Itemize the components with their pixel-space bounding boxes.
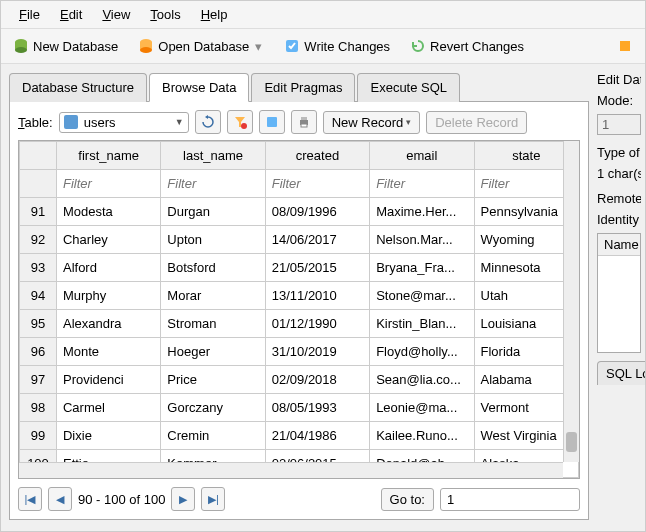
- cell-created[interactable]: 21/05/2015: [265, 254, 369, 282]
- filter-first-name[interactable]: [57, 172, 160, 195]
- row-number[interactable]: 94: [20, 282, 57, 310]
- cell-last-name[interactable]: Gorczany: [161, 394, 265, 422]
- cell-created[interactable]: 21/04/1986: [265, 422, 369, 450]
- cell-created[interactable]: 02/09/2018: [265, 366, 369, 394]
- cell-created[interactable]: 08/09/1996: [265, 198, 369, 226]
- cell-preview[interactable]: 1: [597, 114, 641, 135]
- vertical-scrollbar[interactable]: [563, 141, 579, 462]
- table-row[interactable]: 95 Alexandra Stroman 01/12/1990 Kirstin_…: [20, 310, 579, 338]
- row-number[interactable]: 93: [20, 254, 57, 282]
- cell-last-name[interactable]: Botsford: [161, 254, 265, 282]
- table-row[interactable]: 99 Dixie Cremin 21/04/1986 Kailee.Runo..…: [20, 422, 579, 450]
- sql-log-tab[interactable]: SQL Lo: [597, 361, 645, 385]
- horizontal-scrollbar[interactable]: [19, 462, 563, 478]
- goto-button[interactable]: Go to:: [381, 488, 434, 511]
- row-number[interactable]: 96: [20, 338, 57, 366]
- tab-edit-pragmas[interactable]: Edit Pragmas: [251, 73, 355, 102]
- write-changes-label: Write Changes: [304, 39, 390, 54]
- cell-last-name[interactable]: Hoeger: [161, 338, 265, 366]
- table-row[interactable]: 92 Charley Upton 14/06/2017 Nelson.Mar..…: [20, 226, 579, 254]
- col-last-name[interactable]: last_name: [161, 142, 265, 170]
- cell-first-name[interactable]: Murphy: [56, 282, 160, 310]
- cell-last-name[interactable]: Morar: [161, 282, 265, 310]
- cell-created[interactable]: 01/12/1990: [265, 310, 369, 338]
- menu-view[interactable]: View: [92, 4, 140, 25]
- cell-created[interactable]: 14/06/2017: [265, 226, 369, 254]
- col-created[interactable]: created: [265, 142, 369, 170]
- cell-first-name[interactable]: Alford: [56, 254, 160, 282]
- cell-last-name[interactable]: Upton: [161, 226, 265, 254]
- cell-email[interactable]: Leonie@ma...: [370, 394, 474, 422]
- table-row[interactable]: 98 Carmel Gorczany 08/05/1993 Leonie@ma.…: [20, 394, 579, 422]
- menu-help[interactable]: Help: [191, 4, 238, 25]
- last-page-button[interactable]: ▶|: [201, 487, 225, 511]
- filter-created[interactable]: [266, 172, 369, 195]
- new-database-button[interactable]: New Database: [9, 35, 122, 57]
- cell-email[interactable]: Kirstin_Blan...: [370, 310, 474, 338]
- dropdown-arrow-icon[interactable]: ▾: [253, 39, 264, 54]
- menu-tools[interactable]: Tools: [140, 4, 190, 25]
- row-number[interactable]: 92: [20, 226, 57, 254]
- tab-database-structure[interactable]: Database Structure: [9, 73, 147, 102]
- cell-first-name[interactable]: Monte: [56, 338, 160, 366]
- cell-email[interactable]: Maxime.Her...: [370, 198, 474, 226]
- row-number[interactable]: 91: [20, 198, 57, 226]
- save-table-button[interactable]: [259, 110, 285, 134]
- table-row[interactable]: 94 Murphy Morar 13/11/2010 Stone@mar... …: [20, 282, 579, 310]
- delete-record-button[interactable]: Delete Record: [426, 111, 527, 134]
- filter-last-name[interactable]: [161, 172, 264, 195]
- col-email[interactable]: email: [370, 142, 474, 170]
- svg-rect-9: [267, 117, 277, 127]
- next-page-button[interactable]: ▶: [171, 487, 195, 511]
- cell-email[interactable]: Bryana_Fra...: [370, 254, 474, 282]
- prev-page-button[interactable]: ◀: [48, 487, 72, 511]
- menu-edit[interactable]: Edit: [50, 4, 92, 25]
- toolbar-overflow[interactable]: [613, 35, 637, 57]
- tab-browse-data[interactable]: Browse Data: [149, 73, 249, 102]
- cell-first-name[interactable]: Providenci: [56, 366, 160, 394]
- cell-first-name[interactable]: Carmel: [56, 394, 160, 422]
- first-page-button[interactable]: |◀: [18, 487, 42, 511]
- cell-last-name[interactable]: Stroman: [161, 310, 265, 338]
- cell-last-name[interactable]: Price: [161, 366, 265, 394]
- cell-first-name[interactable]: Charley: [56, 226, 160, 254]
- table-row[interactable]: 93 Alford Botsford 21/05/2015 Bryana_Fra…: [20, 254, 579, 282]
- new-record-button[interactable]: New Record▾: [323, 111, 421, 134]
- col-first-name[interactable]: first_name: [56, 142, 160, 170]
- print-button[interactable]: [291, 110, 317, 134]
- data-table: first_name last_name created email state: [18, 140, 580, 479]
- cell-last-name[interactable]: Cremin: [161, 422, 265, 450]
- cell-email[interactable]: Nelson.Mar...: [370, 226, 474, 254]
- revert-changes-button[interactable]: Revert Changes: [406, 35, 528, 57]
- row-number[interactable]: 97: [20, 366, 57, 394]
- cell-first-name[interactable]: Modesta: [56, 198, 160, 226]
- open-database-button[interactable]: Open Database ▾: [134, 35, 268, 57]
- cell-first-name[interactable]: Dixie: [56, 422, 160, 450]
- row-number[interactable]: 99: [20, 422, 57, 450]
- cell-created[interactable]: 08/05/1993: [265, 394, 369, 422]
- tab-execute-sql[interactable]: Execute SQL: [357, 73, 460, 102]
- row-number[interactable]: 95: [20, 310, 57, 338]
- refresh-button[interactable]: [195, 110, 221, 134]
- table-row[interactable]: 91 Modesta Durgan 08/09/1996 Maxime.Her.…: [20, 198, 579, 226]
- svg-point-8: [241, 123, 247, 129]
- cell-email[interactable]: Floyd@holly...: [370, 338, 474, 366]
- table-select[interactable]: users ▼: [59, 112, 189, 133]
- write-changes-button[interactable]: Write Changes: [280, 35, 394, 57]
- filter-email[interactable]: [370, 172, 473, 195]
- cell-last-name[interactable]: Durgan: [161, 198, 265, 226]
- row-number[interactable]: 98: [20, 394, 57, 422]
- table-row[interactable]: 97 Providenci Price 02/09/2018 Sean@lia.…: [20, 366, 579, 394]
- menu-file[interactable]: File: [9, 4, 50, 25]
- identity-list[interactable]: Name: [597, 233, 641, 353]
- cell-email[interactable]: Sean@lia.co...: [370, 366, 474, 394]
- cell-email[interactable]: Kailee.Runo...: [370, 422, 474, 450]
- cell-created[interactable]: 13/11/2010: [265, 282, 369, 310]
- cell-email[interactable]: Stone@mar...: [370, 282, 474, 310]
- table-icon: [64, 115, 78, 129]
- clear-filters-button[interactable]: [227, 110, 253, 134]
- cell-created[interactable]: 31/10/2019: [265, 338, 369, 366]
- goto-input[interactable]: [440, 488, 580, 511]
- table-row[interactable]: 96 Monte Hoeger 31/10/2019 Floyd@holly..…: [20, 338, 579, 366]
- cell-first-name[interactable]: Alexandra: [56, 310, 160, 338]
